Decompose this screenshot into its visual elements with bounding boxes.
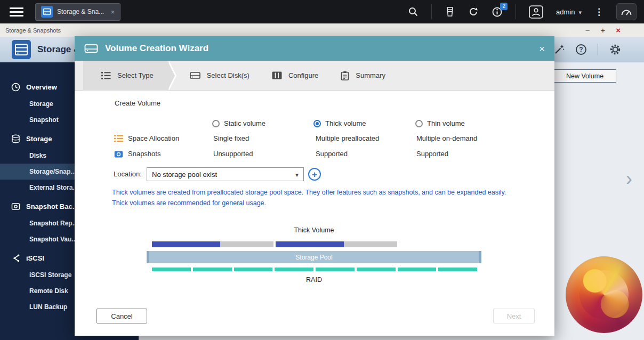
tab-close-icon[interactable] — [110, 9, 115, 15]
raid-segment — [357, 268, 396, 271]
window-taskbar: Storage & Snapshots − + × — [0, 23, 644, 37]
chevron-down-icon — [578, 8, 582, 16]
step-label: Summary — [356, 71, 385, 79]
svg-text:?: ? — [579, 46, 583, 53]
add-storage-pool-icon[interactable] — [308, 168, 321, 181]
volume-creation-wizard-dialog: Volume Creation Wizard × Select Type Sel… — [75, 36, 554, 336]
radio-circle-icon — [212, 120, 220, 127]
snapshots-row: Snapshots Unsupported Supported Supporte… — [75, 150, 554, 159]
volume-bar — [152, 241, 273, 247]
thick-space-value: Multiple preallocated — [316, 134, 379, 142]
settings-gear-icon[interactable] — [609, 43, 622, 56]
create-volume-title: Create Volume — [115, 99, 160, 107]
more-options-icon[interactable] — [594, 6, 603, 18]
wizard-steps: Select Type Select Disk(s) Configure Sum… — [75, 61, 554, 91]
summary-icon — [341, 71, 349, 80]
raid-segment — [193, 268, 232, 271]
volume-bars — [152, 241, 397, 247]
minimize-icon[interactable]: − — [585, 26, 590, 34]
volume-bar-fill — [152, 241, 220, 247]
step-summary[interactable]: Summary — [341, 61, 385, 91]
sidebar-label: Snapshot Bac... — [26, 203, 78, 211]
storage-pool-bar: Storage Pool — [147, 251, 481, 263]
radio-static-volume[interactable]: Static volume — [212, 119, 265, 127]
search-icon[interactable] — [408, 6, 418, 17]
background-tasks-icon[interactable] — [445, 6, 455, 17]
space-allocation-icon — [114, 135, 123, 142]
dropdown-caret-icon — [295, 171, 299, 179]
thin-snapshots-value: Supported — [416, 150, 448, 158]
volume-drive-icon — [84, 43, 98, 54]
divider — [598, 44, 598, 55]
volume-type-description: Thick volumes are created from prealloca… — [112, 187, 516, 208]
help-icon[interactable]: ? — [575, 44, 587, 55]
raid-segment — [234, 268, 273, 271]
expand-panel-chevron-icon[interactable]: › — [626, 169, 632, 189]
new-volume-button[interactable]: New Volume — [553, 69, 616, 83]
snapshots-icon — [114, 150, 123, 158]
step-label: Configure — [288, 71, 318, 79]
step-select-disks[interactable]: Select Disk(s) — [190, 61, 249, 91]
app-tab-storage-snapshots[interactable]: Storage & Sna... — [35, 3, 120, 21]
location-row: Location: No storage pool exist — [75, 167, 554, 181]
thick-volume-diagram-label: Thick Volume — [147, 226, 481, 234]
storage-snapshots-app-icon — [12, 40, 31, 59]
notifications-icon[interactable]: 2 — [492, 6, 503, 18]
radio-thick-volume[interactable]: Thick volume — [313, 119, 366, 127]
radio-label: Thin volume — [427, 119, 465, 127]
radio-circle-selected-icon — [313, 120, 321, 127]
storage-icon — [11, 134, 20, 143]
dashboard-icon[interactable] — [616, 3, 637, 20]
space-allocation-label: Space Allocation — [128, 134, 179, 142]
divider — [516, 4, 516, 19]
raid-diagram-label: RAID — [147, 276, 481, 284]
main-menu-icon[interactable] — [10, 5, 23, 19]
static-snapshots-value: Unsupported — [213, 150, 253, 158]
maximize-icon[interactable]: + — [600, 26, 605, 34]
user-icon[interactable] — [529, 5, 543, 19]
dialog-close-icon[interactable]: × — [539, 44, 545, 54]
screen: Storage & Sna... 2 admin — [0, 0, 644, 340]
snapshot-backup-icon — [11, 202, 20, 211]
location-label: Location: — [114, 167, 142, 181]
step-select-type[interactable]: Select Type — [83, 61, 167, 91]
volume-bar — [276, 241, 397, 247]
app-tab-label: Storage & Sna... — [57, 8, 106, 15]
thick-snapshots-value: Supported — [316, 150, 348, 158]
location-value: No storage pool exist — [152, 171, 217, 179]
dialog-title: Volume Creation Wizard — [105, 43, 208, 54]
next-button[interactable]: Next — [493, 309, 535, 323]
close-window-icon[interactable]: × — [616, 26, 621, 34]
storage-pool-label: Storage Pool — [295, 254, 332, 261]
sync-icon[interactable] — [468, 6, 479, 17]
admin-menu[interactable]: admin — [556, 8, 582, 16]
raid-segment — [438, 268, 477, 271]
step-configure[interactable]: Configure — [272, 61, 318, 91]
topbar: Storage & Sna... 2 admin — [0, 0, 644, 23]
qnap-logo — [566, 256, 642, 333]
space-allocation-row: Space Allocation Single fixed Multiple p… — [75, 134, 554, 144]
magic-wand-icon[interactable] — [554, 44, 565, 55]
location-select[interactable]: No storage pool exist — [147, 167, 304, 181]
wizard-body: Create Volume Static volume Thick volume… — [75, 91, 554, 336]
step-label: Select Disk(s) — [207, 71, 249, 79]
admin-label: admin — [556, 8, 575, 16]
static-space-value: Single fixed — [213, 134, 249, 142]
overview-icon — [11, 83, 20, 92]
radio-circle-icon — [415, 120, 423, 127]
divider — [431, 4, 432, 19]
thin-space-value: Multiple on-demand — [416, 134, 477, 142]
select-disks-icon — [190, 71, 200, 80]
raid-segment — [275, 268, 313, 271]
radio-label: Thick volume — [325, 119, 366, 127]
raid-bars — [152, 268, 477, 271]
raid-segment — [316, 268, 355, 271]
sidebar-label: Storage — [26, 135, 52, 143]
configure-icon — [272, 71, 282, 79]
radio-thin-volume[interactable]: Thin volume — [415, 119, 465, 127]
raid-segment — [152, 268, 191, 271]
cancel-button[interactable]: Cancel — [96, 309, 147, 323]
volume-bar-fill — [276, 241, 344, 247]
window-title-label: Storage & Snapshots — [5, 27, 61, 34]
sidebar-label: Overview — [26, 83, 57, 91]
